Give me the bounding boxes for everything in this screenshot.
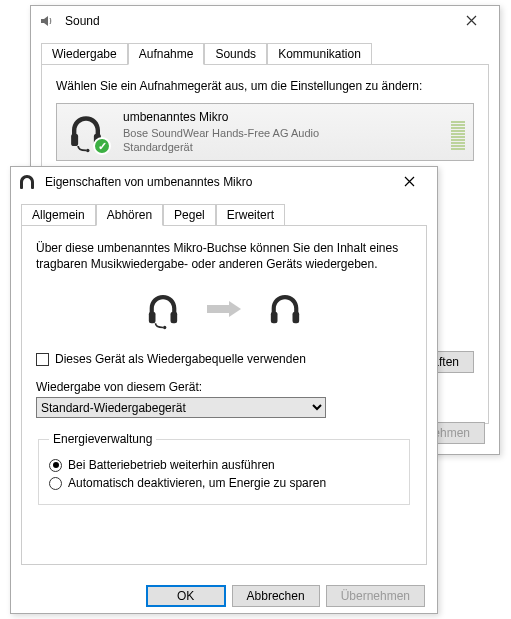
tab-erweitert[interactable]: Erweitert bbox=[216, 204, 285, 226]
tab-allgemein[interactable]: Allgemein bbox=[21, 204, 96, 226]
default-check-icon: ✓ bbox=[93, 137, 111, 155]
props-tabpanel: Über diese umbenanntes Mikro-Buchse könn… bbox=[21, 225, 427, 565]
sound-title: Sound bbox=[61, 14, 451, 28]
tab-abhoeren[interactable]: Abhören bbox=[96, 204, 163, 226]
device-row[interactable]: ✓ umbenanntes Mikro Bose SoundWear Hands… bbox=[56, 103, 474, 161]
tab-aufnahme[interactable]: Aufnahme bbox=[128, 43, 205, 65]
svg-rect-9 bbox=[293, 312, 300, 324]
level-meter bbox=[451, 114, 465, 150]
playback-device-select[interactable]: Standard-Wiedergabegerät bbox=[36, 397, 326, 418]
svg-point-7 bbox=[163, 326, 166, 329]
radio-keep-running-label: Bei Batteriebetrieb weiterhin ausführen bbox=[68, 458, 275, 472]
energy-legend: Energieverwaltung bbox=[49, 432, 156, 446]
headset-right-icon bbox=[265, 290, 305, 330]
device-icon: ✓ bbox=[65, 111, 113, 153]
use-as-source-label: Dieses Gerät als Wiedergabequelle verwen… bbox=[55, 352, 306, 366]
device-status: Standardgerät bbox=[123, 140, 441, 154]
svg-rect-8 bbox=[271, 312, 278, 324]
props-footer: OK Abbrechen Übernehmen bbox=[11, 575, 437, 617]
headset-left-icon bbox=[143, 290, 183, 330]
headset-icon bbox=[19, 174, 35, 190]
svg-rect-4 bbox=[31, 184, 34, 189]
svg-point-2 bbox=[86, 149, 90, 153]
svg-rect-6 bbox=[171, 312, 178, 324]
sound-instruction: Wählen Sie ein Aufnahmegerät aus, um die… bbox=[56, 79, 474, 93]
radio-keep-running[interactable] bbox=[49, 459, 62, 472]
device-driver: Bose SoundWear Hands-Free AG Audio bbox=[123, 126, 441, 140]
tab-wiedergabe[interactable]: Wiedergabe bbox=[41, 43, 128, 65]
energy-option-keep-running[interactable]: Bei Batteriebetrieb weiterhin ausführen bbox=[49, 458, 399, 472]
device-name: umbenanntes Mikro bbox=[123, 110, 441, 126]
props-apply-button: Übernehmen bbox=[326, 585, 425, 607]
tab-sounds[interactable]: Sounds bbox=[204, 43, 267, 65]
playback-device-label: Wiedergabe von diesem Gerät: bbox=[36, 380, 412, 394]
use-as-source-checkbox[interactable] bbox=[36, 353, 49, 366]
tab-kommunikation[interactable]: Kommunikation bbox=[267, 43, 372, 65]
close-button[interactable] bbox=[451, 7, 491, 35]
props-ok-button[interactable]: OK bbox=[146, 585, 226, 607]
use-as-source-row[interactable]: Dieses Gerät als Wiedergabequelle verwen… bbox=[36, 352, 412, 366]
speaker-icon bbox=[39, 13, 55, 29]
props-cancel-button[interactable]: Abbrechen bbox=[232, 585, 320, 607]
props-tabs: Allgemein Abhören Pegel Erweitert bbox=[11, 197, 437, 225]
device-texts: umbenanntes Mikro Bose SoundWear Hands-F… bbox=[123, 110, 441, 154]
props-titlebar: Eigenschaften von umbenanntes Mikro bbox=[11, 167, 437, 197]
energy-option-auto-off[interactable]: Automatisch deaktivieren, um Energie zu … bbox=[49, 476, 399, 490]
props-title: Eigenschaften von umbenanntes Mikro bbox=[41, 175, 389, 189]
radio-auto-off-label: Automatisch deaktivieren, um Energie zu … bbox=[68, 476, 326, 490]
tab-pegel[interactable]: Pegel bbox=[163, 204, 216, 226]
sound-tabs: Wiedergabe Aufnahme Sounds Kommunikation bbox=[31, 36, 499, 64]
svg-rect-5 bbox=[149, 312, 156, 324]
svg-rect-0 bbox=[71, 134, 78, 146]
sound-titlebar: Sound bbox=[31, 6, 499, 36]
energy-fieldset: Energieverwaltung Bei Batteriebetrieb we… bbox=[38, 432, 410, 505]
props-description: Über diese umbenanntes Mikro-Buchse könn… bbox=[36, 240, 412, 272]
properties-window: Eigenschaften von umbenanntes Mikro Allg… bbox=[10, 166, 438, 614]
props-close-button[interactable] bbox=[389, 168, 429, 196]
radio-auto-off[interactable] bbox=[49, 477, 62, 490]
arrow-right-icon bbox=[207, 297, 241, 323]
listen-illustration bbox=[36, 290, 412, 330]
svg-rect-3 bbox=[20, 184, 23, 189]
